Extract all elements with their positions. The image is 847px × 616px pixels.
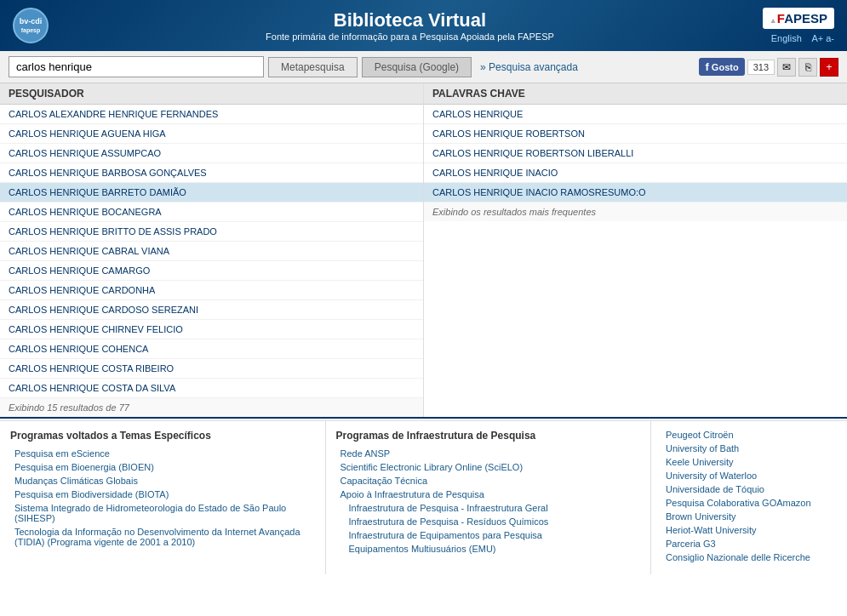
list-item[interactable]: CARLOS HENRIQUE ROBERTSON	[424, 124, 847, 144]
bottom-link[interactable]: Consiglio Nazionale delle Ricerche	[661, 552, 837, 562]
bottom-link[interactable]: Sistema Integrado de Hidrometeorologia d…	[10, 503, 315, 523]
pesquisador-footer: Exibindo 15 resultados de 77	[0, 398, 423, 417]
bottom-link[interactable]: Equipamentos Multiusuários (EMU)	[336, 544, 641, 554]
share-icon[interactable]: ⎘	[798, 58, 817, 77]
list-item[interactable]: CARLOS HENRIQUE CABRAL VIANA	[0, 242, 423, 261]
list-item[interactable]: CARLOS HENRIQUE CAMARGO	[0, 261, 423, 281]
bottom-link[interactable]: Infraestrutura de Equipamentos para Pesq…	[336, 530, 641, 540]
list-item[interactable]: CARLOS HENRIQUE COSTA RIBEIRO	[0, 359, 423, 379]
bottom-link[interactable]: Brown University	[661, 511, 837, 522]
header-right: ▲FAPESP English A+ a-	[763, 8, 834, 43]
bottom-link[interactable]: University of Bath	[661, 443, 837, 453]
list-item[interactable]: CARLOS HENRIQUE BRITTO DE ASSIS PRADO	[0, 222, 423, 242]
list-item[interactable]: CARLOS HENRIQUE CHIRNEV FELICIO	[0, 320, 423, 339]
facebook-button[interactable]: f Gosto	[699, 58, 744, 76]
bottom-link[interactable]: Mudanças Climáticas Globais	[10, 476, 315, 486]
search-bar: Metapesquisa Pesquisa (Google) » Pesquis…	[0, 51, 847, 83]
fapesp-logo: ▲FAPESP	[763, 8, 834, 29]
english-link[interactable]: English	[771, 33, 802, 43]
list-item[interactable]: CARLOS HENRIQUE CARDOSO SEREZANI	[0, 300, 423, 320]
bottom-link[interactable]: Scientific Electronic Library Online (Sc…	[336, 462, 641, 472]
header-links: English A+ a-	[771, 33, 834, 43]
email-icon[interactable]: ✉	[777, 58, 796, 77]
list-item[interactable]: CARLOS HENRIQUE AGUENA HIGA	[0, 124, 423, 144]
header-center: Biblioteca Virtual Fonte primária de inf…	[266, 9, 554, 42]
palavras-footer: Exibindo os resultados mais frequentes	[424, 202, 847, 221]
facebook-count: 313	[747, 60, 775, 75]
bottom-link[interactable]: Pesquisa em Biodiversidade (BIOTA)	[10, 489, 315, 499]
list-item[interactable]: CARLOS HENRIQUE INACIO RAMOSRESUMO:O	[424, 183, 847, 202]
list-item[interactable]: CARLOS HENRIQUE BOCANEGRA	[0, 202, 423, 222]
site-subtitle: Fonte primária de informação para a Pesq…	[266, 31, 554, 42]
bottom-link[interactable]: Rede ANSP	[336, 448, 641, 459]
palavras-header: PALAVRAS CHAVE	[424, 83, 847, 105]
social-bar: f Gosto 313 ✉ ⎘ +	[699, 58, 838, 77]
list-item[interactable]: CARLOS HENRIQUE COSTA DA SILVA	[0, 379, 423, 398]
bottom-link[interactable]: Parceria G3	[661, 539, 837, 549]
bottom-link[interactable]: Capacitação Técnica	[336, 476, 641, 486]
pesquisador-column: PESQUISADOR CARLOS ALEXANDRE HENRIQUE FE…	[0, 83, 424, 417]
bottom-col-3: Peugeot Citroën University of Bath Keele…	[651, 421, 847, 574]
bottom-col2-title: Programas de Infraestrutura de Pesquisa	[336, 430, 641, 442]
bottom-link[interactable]: Pesquisa em Bioenergia (BIOEN)	[10, 462, 315, 472]
bottom-link[interactable]: Peugeot Citroën	[661, 430, 837, 440]
bottom-col1-title: Programas voltados a Temas Específicos	[10, 430, 315, 442]
palavras-column: PALAVRAS CHAVE CARLOS HENRIQUE CARLOS HE…	[424, 83, 847, 417]
bottom-link[interactable]: Keele University	[661, 457, 837, 467]
bottom-link[interactable]: Infraestrutura de Pesquisa - Resíduos Qu…	[336, 516, 641, 527]
bvcdi-logo-circle: bv-cdifapesp	[13, 8, 49, 43]
bottom-link[interactable]: Tecnologia da Informação no Desenvolvime…	[10, 527, 315, 547]
bottom-col-2: Programas de Infraestrutura de Pesquisa …	[326, 421, 652, 574]
bottom-link[interactable]: Pesquisa Colaborativa GOAmazon	[661, 498, 837, 508]
list-item[interactable]: CARLOS HENRIQUE INACIO	[424, 163, 847, 183]
bottom-link[interactable]: Apoio à Infraestrutura de Pesquisa	[336, 489, 641, 499]
bottom-link[interactable]: Universidade de Tóquio	[661, 484, 837, 494]
metapesquisa-button[interactable]: Metapesquisa	[268, 57, 358, 77]
add-icon[interactable]: +	[820, 58, 838, 77]
bottom-col-1: Programas voltados a Temas Específicos P…	[0, 421, 326, 574]
list-item[interactable]: CARLOS HENRIQUE CARDONHA	[0, 281, 423, 300]
list-item[interactable]: CARLOS HENRIQUE BARBOSA GONÇALVES	[0, 163, 423, 183]
list-item[interactable]: CARLOS HENRIQUE ROBERTSON LIBERALLI	[424, 144, 847, 163]
page-header: bv-cdifapesp Biblioteca Virtual Fonte pr…	[0, 0, 847, 51]
advanced-search-link[interactable]: » Pesquisa avançada	[480, 61, 578, 73]
pesquisador-header: PESQUISADOR	[0, 83, 423, 105]
bottom-link[interactable]: Infraestrutura de Pesquisa - Infraestrut…	[336, 503, 641, 513]
search-input[interactable]	[9, 56, 264, 77]
bottom-link[interactable]: University of Waterloo	[661, 471, 837, 481]
list-item[interactable]: CARLOS ALEXANDRE HENRIQUE FERNANDES	[0, 105, 423, 124]
logo-left: bv-cdifapesp	[13, 8, 57, 43]
size-controls[interactable]: A+ a-	[811, 33, 834, 43]
autocomplete-panel: PESQUISADOR CARLOS ALEXANDRE HENRIQUE FE…	[0, 83, 847, 419]
autocomplete-columns: PESQUISADOR CARLOS ALEXANDRE HENRIQUE FE…	[0, 83, 847, 419]
bottom-link[interactable]: Pesquisa em eScience	[10, 448, 315, 459]
list-item[interactable]: CARLOS HENRIQUE ASSUMPCAO	[0, 144, 423, 163]
list-item[interactable]: CARLOS HENRIQUE	[424, 105, 847, 124]
site-title: Biblioteca Virtual	[266, 9, 554, 31]
list-item[interactable]: CARLOS HENRIQUE COHENCA	[0, 339, 423, 359]
google-search-button[interactable]: Pesquisa (Google)	[362, 57, 472, 77]
bottom-link[interactable]: Heriot-Watt University	[661, 525, 837, 535]
list-item[interactable]: CARLOS HENRIQUE BARRETO DAMIÃO	[0, 183, 423, 202]
bottom-section: Programas voltados a Temas Específicos P…	[0, 420, 847, 574]
